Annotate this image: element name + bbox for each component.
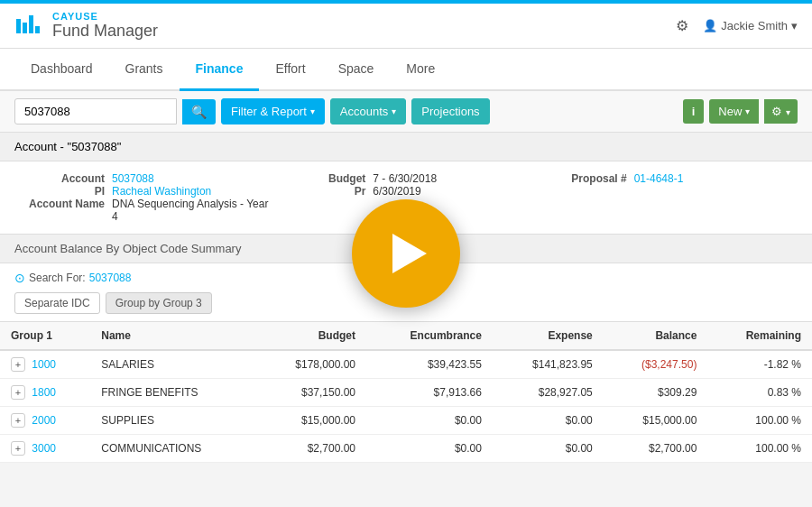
- col-header-expense: Expense: [493, 322, 604, 350]
- play-triangle-icon: [392, 234, 427, 273]
- cell-remaining: 100.00 %: [707, 407, 812, 435]
- cell-name: COMMUNICATIONS: [90, 435, 255, 463]
- pi-value: Racheal Washington: [112, 185, 211, 198]
- new-button[interactable]: New ▾: [709, 99, 759, 124]
- info-button[interactable]: i: [683, 99, 705, 124]
- proposal-value: 01-4648-1: [634, 172, 684, 185]
- projections-button[interactable]: Projections: [411, 98, 489, 124]
- proposal-label: Proposal #: [537, 172, 627, 185]
- col-header-remaining: Remaining: [707, 322, 812, 350]
- account-title-bar: Account - "5037088": [0, 133, 812, 161]
- filter-report-button[interactable]: Filter & Report ▾: [221, 98, 325, 124]
- budget-dates: 7 - 6/30/2018: [373, 172, 437, 185]
- settings-gear-button[interactable]: ⚙: [676, 17, 688, 34]
- account-value: 5037088: [112, 172, 154, 185]
- nav-grants[interactable]: Grants: [109, 49, 180, 91]
- table-body: + 1000 SALARIES $178,000.00 $39,423.55 $…: [0, 350, 812, 463]
- cell-name: FRINGE BENEFITS: [90, 379, 255, 407]
- header-right: ⚙ 👤 Jackie Smith ▾: [676, 17, 798, 34]
- account-title-text: Account - "5037088": [14, 140, 121, 153]
- data-table: Group 1 Name Budget Encumbrance Expense …: [0, 322, 812, 463]
- accounts-button[interactable]: Accounts ▾: [330, 98, 406, 124]
- nav-finance[interactable]: Finance: [180, 49, 260, 91]
- group-link[interactable]: 3000: [32, 442, 56, 455]
- account-name-row: Account Name DNA Sequencing Analysis - Y…: [14, 198, 275, 223]
- summary-header-text: Account Balance By Object Code Summary: [14, 242, 241, 255]
- toolbar: 🔍 Filter & Report ▾ Accounts ▾ Projectio…: [0, 91, 812, 133]
- account-name-value: DNA Sequencing Analysis - Year 4: [112, 198, 275, 223]
- pr-date: 6/30/2019: [373, 185, 420, 198]
- logo-text: cayuse Fund Manager: [52, 11, 158, 41]
- expand-button[interactable]: +: [11, 385, 25, 400]
- table-row: + 1800 FRINGE BENEFITS $37,150.00 $7,913…: [0, 379, 812, 407]
- settings-dropdown-button[interactable]: ⚙ ▾: [764, 99, 798, 124]
- nav-space[interactable]: Space: [322, 49, 391, 91]
- nav-effort[interactable]: Effort: [259, 49, 321, 91]
- cell-name: SALARIES: [90, 350, 255, 379]
- logo-area: cayuse Fund Manager: [14, 11, 158, 41]
- cell-expense: $141,823.95: [493, 350, 604, 379]
- cell-expense: $0.00: [493, 407, 604, 435]
- svg-rect-0: [16, 19, 21, 33]
- search-button[interactable]: 🔍: [182, 99, 216, 124]
- group-link[interactable]: 2000: [32, 414, 56, 427]
- info-icon: i: [692, 105, 696, 118]
- table-row: + 1000 SALARIES $178,000.00 $39,423.55 $…: [0, 350, 812, 379]
- search-icon: 🔍: [191, 105, 207, 119]
- nav-dashboard[interactable]: Dashboard: [14, 49, 109, 91]
- pi-label: PI: [14, 185, 105, 198]
- expand-button[interactable]: +: [11, 413, 25, 428]
- proposal-row: Proposal # 01-4648-1: [537, 172, 798, 185]
- cell-encumbrance: $0.00: [366, 435, 493, 463]
- col-header-encumbrance: Encumbrance: [366, 322, 493, 350]
- cell-encumbrance: $39,423.55: [366, 350, 493, 379]
- account-name-label: Account Name: [14, 198, 105, 210]
- cell-name: SUPPLIES: [90, 407, 255, 435]
- nav-more[interactable]: More: [390, 49, 451, 91]
- group-link[interactable]: 1800: [32, 386, 56, 399]
- user-name: Jackie Smith: [721, 19, 788, 32]
- projections-label: Projections: [421, 105, 479, 118]
- user-caret-icon: ▾: [791, 19, 798, 32]
- toolbar-right: i New ▾ ⚙ ▾: [683, 99, 798, 124]
- cell-group: + 2000: [0, 407, 90, 435]
- group-by-label: Group by Group 3: [115, 297, 202, 309]
- search-for-label: Search For:: [29, 272, 86, 284]
- svg-rect-3: [35, 26, 40, 33]
- separate-idc-label: Separate IDC: [24, 297, 90, 309]
- cell-balance: $309.29: [604, 379, 708, 407]
- cell-balance: ($3,247.50): [604, 350, 708, 379]
- cell-budget: $178,000.00: [255, 350, 366, 379]
- col-header-group1: Group 1: [0, 322, 90, 350]
- play-button[interactable]: [352, 199, 460, 308]
- col-header-name: Name: [90, 322, 255, 350]
- separate-idc-button[interactable]: Separate IDC: [14, 292, 100, 314]
- search-for-link[interactable]: 5037088: [89, 272, 132, 284]
- cell-remaining: -1.82 %: [707, 350, 812, 379]
- expand-button[interactable]: +: [11, 441, 25, 456]
- group-link[interactable]: 1000: [32, 358, 56, 371]
- new-caret: ▾: [745, 106, 750, 116]
- settings-icon: ⚙: [771, 105, 782, 118]
- cell-group: + 1800: [0, 379, 90, 407]
- gear-icon: ⚙: [676, 18, 688, 33]
- logo-brand: cayuse: [52, 11, 158, 22]
- cell-budget: $15,000.00: [255, 407, 366, 435]
- group-by-button[interactable]: Group by Group 3: [106, 292, 212, 314]
- cell-group: + 3000: [0, 435, 90, 463]
- svg-rect-2: [29, 15, 33, 33]
- table-row: + 3000 COMMUNICATIONS $2,700.00 $0.00 $0…: [0, 435, 812, 463]
- filter-report-label: Filter & Report: [231, 105, 307, 118]
- pr-label: Pr: [275, 185, 365, 198]
- cell-budget: $2,700.00: [255, 435, 366, 463]
- account-detail-col1: Account 5037088 PI Racheal Washington Ac…: [14, 172, 275, 223]
- account-detail-col3: Proposal # 01-4648-1: [537, 172, 798, 223]
- settings-caret: ▾: [786, 107, 790, 117]
- new-label: New: [718, 105, 742, 118]
- expand-button[interactable]: +: [11, 357, 25, 372]
- search-input[interactable]: [14, 98, 177, 124]
- accounts-label: Accounts: [340, 105, 388, 118]
- cell-budget: $37,150.00: [255, 379, 366, 407]
- cell-remaining: 100.00 %: [707, 435, 812, 463]
- user-menu-button[interactable]: 👤 Jackie Smith ▾: [703, 19, 798, 32]
